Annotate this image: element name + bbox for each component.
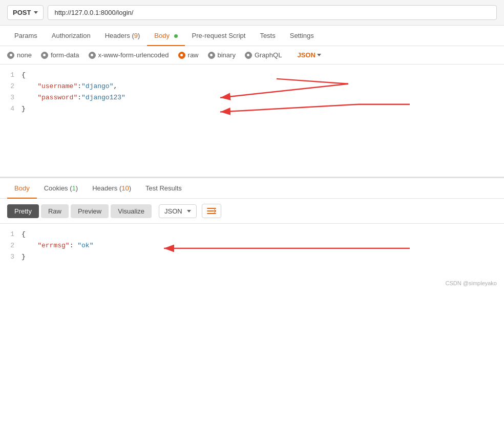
url-bar: POST bbox=[0, 0, 504, 26]
response-json-dropdown[interactable]: JSON bbox=[159, 204, 197, 218]
radio-binary[interactable]: binary bbox=[208, 51, 236, 59]
radio-circle-formdata bbox=[41, 52, 48, 59]
radio-none[interactable]: none bbox=[7, 51, 32, 59]
radio-circle-binary bbox=[208, 52, 215, 59]
format-raw-btn[interactable]: Raw bbox=[41, 204, 69, 218]
code-line-2: 2 "username":"django", bbox=[0, 81, 504, 92]
url-input[interactable] bbox=[48, 5, 497, 20]
code-line-3: 3 "password":"django123" bbox=[0, 92, 504, 103]
filter-icon bbox=[207, 207, 216, 215]
resp-code-line-1: 1 { bbox=[0, 229, 504, 240]
radio-graphql[interactable]: GraphQL bbox=[245, 51, 282, 59]
response-tab-testresults[interactable]: Test Results bbox=[138, 178, 189, 198]
response-tab-body[interactable]: Body bbox=[7, 178, 37, 198]
radio-raw[interactable]: raw bbox=[178, 51, 199, 59]
tab-body[interactable]: Body bbox=[147, 26, 184, 46]
format-preview-btn[interactable]: Preview bbox=[71, 204, 109, 218]
json-type-dropdown[interactable]: JSON bbox=[295, 51, 321, 59]
response-tab-cookies[interactable]: Cookies (1) bbox=[37, 178, 86, 198]
response-section: Body Cookies (1) Headers (10) Test Resul… bbox=[0, 177, 504, 290]
format-pretty-btn[interactable]: Pretty bbox=[7, 204, 39, 218]
format-visualize-btn[interactable]: Visualize bbox=[111, 204, 152, 218]
tab-tests[interactable]: Tests bbox=[253, 26, 282, 46]
resp-code-line-2: 2 "errmsg": "ok" bbox=[0, 240, 504, 251]
radio-formdata[interactable]: form-data bbox=[41, 51, 79, 59]
radio-urlencoded[interactable]: x-www-form-urlencoded bbox=[89, 51, 169, 59]
request-tabs: Params Authorization Headers (9) Body Pr… bbox=[0, 26, 504, 46]
code-line-4: 4 } bbox=[0, 103, 504, 115]
filter-btn[interactable] bbox=[202, 204, 221, 218]
radio-circle-raw bbox=[178, 52, 185, 59]
json-dropdown-arrow bbox=[317, 54, 321, 56]
format-row: Pretty Raw Preview Visualize JSON bbox=[0, 199, 504, 224]
code-line-1: 1 { bbox=[0, 70, 504, 81]
method-chevron-icon bbox=[34, 11, 38, 14]
tab-params[interactable]: Params bbox=[7, 26, 45, 46]
tab-settings[interactable]: Settings bbox=[283, 26, 321, 46]
tab-prerequest[interactable]: Pre-request Script bbox=[185, 26, 253, 46]
request-code-editor: 1 { 2 "username":"django", 3 "password":… bbox=[0, 65, 504, 177]
body-active-dot bbox=[174, 34, 178, 38]
method-label: POST bbox=[13, 9, 31, 16]
radio-circle-none bbox=[7, 52, 14, 59]
watermark: CSDN @simpleyako bbox=[446, 280, 497, 286]
radio-circle-graphql bbox=[245, 52, 252, 59]
response-tab-headers[interactable]: Headers (10) bbox=[85, 178, 138, 198]
method-select[interactable]: POST bbox=[7, 5, 44, 20]
tab-authorization[interactable]: Authorization bbox=[45, 26, 98, 46]
response-json-arrow bbox=[187, 210, 191, 212]
response-tabs: Body Cookies (1) Headers (10) Test Resul… bbox=[0, 177, 504, 199]
radio-circle-urlencoded bbox=[89, 52, 96, 59]
resp-code-line-3: 3 } bbox=[0, 251, 504, 263]
tab-headers[interactable]: Headers (9) bbox=[98, 26, 148, 46]
response-code-editor: 1 { 2 "errmsg": "ok" 3 } CSDN @simpleyak bbox=[0, 224, 504, 290]
body-type-row: none form-data x-www-form-urlencoded raw… bbox=[0, 46, 504, 65]
